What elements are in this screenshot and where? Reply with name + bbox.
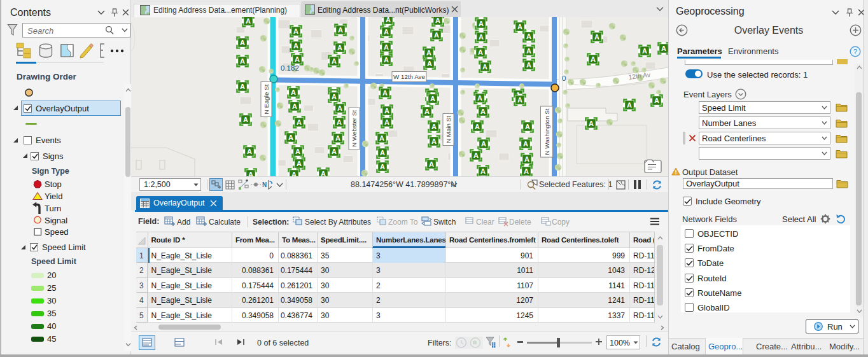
svg-text:0.182: 0.182 bbox=[281, 64, 299, 72]
svg-text:W 12th Ave: W 12th Ave bbox=[393, 73, 425, 80]
svg-text:N Washington St: N Washington St bbox=[543, 108, 550, 155]
svg-text:N Main St: N Main St bbox=[445, 116, 452, 143]
svg-text:N: N bbox=[262, 181, 267, 188]
svg-text:N Eagle St: N Eagle St bbox=[263, 84, 270, 114]
svg-text:?: ? bbox=[853, 48, 857, 55]
svg-text:0: 0 bbox=[562, 74, 566, 82]
svg-text:N Webster St: N Webster St bbox=[351, 110, 358, 147]
